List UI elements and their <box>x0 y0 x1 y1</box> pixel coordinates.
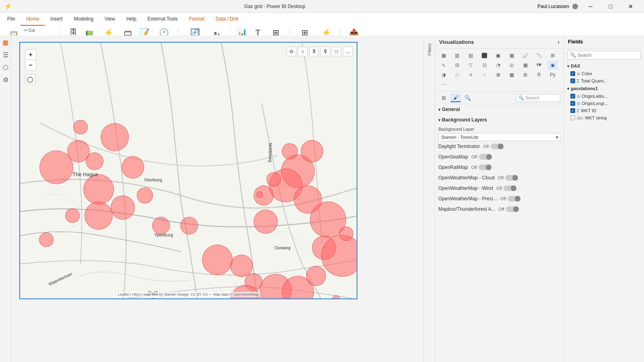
tab-format[interactable]: Format <box>184 13 210 26</box>
viz-donut[interactable]: ◎ <box>506 61 517 70</box>
owm-preci-toggle[interactable]: Off <box>500 196 520 202</box>
bg-layer-dropdown[interactable]: Stamen - TonerLite <box>438 133 560 141</box>
filters-label[interactable]: Filters <box>427 43 432 56</box>
field-item-wkt-id[interactable]: ✓ Σ WKT ID <box>564 107 644 114</box>
bubble-33 <box>256 191 263 198</box>
openrail-track[interactable] <box>479 165 491 170</box>
opensea-track[interactable] <box>479 154 492 160</box>
bubble-13 <box>180 217 198 234</box>
field-item-origin-lat[interactable]: ✓ ⊙ OriginLatitu... <box>564 93 644 100</box>
bubble-10 <box>65 208 80 223</box>
viz-card[interactable]: □ <box>452 70 462 79</box>
map-visual[interactable]: + − ◯ ⊙ ↕ ⊼ ⊽ □ … The Hague Vo <box>19 42 357 299</box>
viz-clustered-col[interactable]: ▣ <box>493 51 504 60</box>
tab-insert[interactable]: Insert <box>45 13 68 26</box>
viz-python[interactable]: Py <box>547 70 558 79</box>
tab-view[interactable]: View <box>99 13 121 26</box>
daylight-toggle[interactable]: Off <box>483 144 503 149</box>
viz-search-box[interactable]: 🔍 Search <box>516 94 561 102</box>
daylight-track[interactable] <box>491 144 504 149</box>
viz-stacked-bar[interactable]: ▦ <box>438 51 449 60</box>
tab-file[interactable]: File <box>2 13 21 26</box>
title-bar: ⚡ Gas grid - Power BI Desktop Paul Lucas… <box>0 0 644 13</box>
main-area: + − ◯ ⊙ ↕ ⊼ ⊽ □ … The Hague Vo <box>11 35 644 362</box>
field-item-origin-long[interactable]: ✓ ⊙ OriginLongi... <box>564 100 644 107</box>
field-wkt-id-checkbox: ✓ <box>570 108 575 113</box>
model-view-icon[interactable]: ⬡ <box>3 64 8 71</box>
cut-button[interactable]: ✂ Cut <box>23 27 57 33</box>
viz-filled-map[interactable]: ◉ <box>547 61 558 70</box>
fields-search-box[interactable]: 🔍 <box>567 51 641 60</box>
tab-data-drill[interactable]: Data / Drill <box>210 13 244 26</box>
data-view-icon[interactable]: ☰ <box>3 51 8 59</box>
draw-tool-button[interactable]: ◯ <box>25 74 35 84</box>
settings-icon[interactable]: ⚙ <box>3 76 8 84</box>
owm-preci-track[interactable] <box>508 196 520 202</box>
owm-wind-toggle[interactable]: Off <box>496 185 516 191</box>
viz-stacked-col[interactable]: ⬛ <box>479 51 490 60</box>
viz-panel-collapse-button[interactable]: › <box>557 39 559 45</box>
viz-treemap[interactable]: ▦ <box>520 61 530 70</box>
viz-table[interactable]: ▦ <box>506 70 517 79</box>
mapbox-toggle[interactable]: Off <box>498 206 518 212</box>
mapbox-track[interactable] <box>506 206 519 212</box>
viz-multi-row-card[interactable]: ≡ <box>466 70 476 79</box>
viz-analytics-button[interactable]: 🔍 <box>462 93 473 102</box>
viz-ribbon[interactable]: ∿ <box>438 61 449 70</box>
viz-clustered-bar[interactable]: ▥ <box>452 51 462 60</box>
field-item-wkt-string[interactable]: abc WKT string <box>564 114 644 121</box>
openrail-toggle[interactable]: Off <box>471 165 491 170</box>
map-filter-button[interactable]: ⊽ <box>320 47 330 56</box>
map-drill-button[interactable]: ↕ <box>298 47 308 56</box>
viz-line[interactable]: 📈 <box>520 51 530 60</box>
viz-stacked-bar-100[interactable]: ▤ <box>466 51 476 60</box>
close-button[interactable]: ✕ <box>621 0 640 13</box>
viz-fields-button[interactable]: ⊞ <box>438 93 449 102</box>
owm-cloud-toggle[interactable]: Off <box>498 175 518 181</box>
tab-help[interactable]: Help <box>121 13 142 26</box>
map-expand-button[interactable]: ⊼ <box>309 47 319 56</box>
map-more-button[interactable]: … <box>343 47 353 56</box>
zoom-out-button[interactable]: − <box>25 60 36 70</box>
viz-waterfall[interactable]: ⊟ <box>452 61 462 70</box>
field-total-quant-type-icon: Σ <box>577 79 579 83</box>
viz-map[interactable]: 🗺 <box>534 61 544 70</box>
field-group-dax[interactable]: ▾ DAX <box>564 62 644 70</box>
opensea-toggle[interactable]: Off <box>471 154 491 160</box>
bg-layer-row: Background Layer <box>438 125 560 133</box>
section-general[interactable]: ▾ General <box>435 104 564 115</box>
zoom-controls: + − <box>25 49 36 71</box>
opensea-label: OpenSeaMap <box>438 154 468 160</box>
viz-gauge[interactable]: ◑ <box>438 70 449 79</box>
viz-scatter[interactable]: ⊡ <box>479 61 490 70</box>
viz-r-script[interactable]: R <box>534 70 544 79</box>
owm-cloud-track[interactable] <box>505 175 518 181</box>
viz-pie[interactable]: ◔ <box>493 61 504 70</box>
report-view-icon[interactable]: ▦ <box>2 39 8 46</box>
field-origin-long-checkbox: ✓ <box>570 101 575 106</box>
zoom-in-button[interactable]: + <box>25 49 36 60</box>
tab-home[interactable]: Home <box>21 13 45 26</box>
map-settings-button[interactable]: □ <box>332 47 341 56</box>
viz-stacked-col-100[interactable]: ▦ <box>506 51 517 60</box>
cut-icon: ✂ <box>24 28 27 33</box>
owm-wind-track[interactable] <box>504 185 516 191</box>
tab-external-tools[interactable]: External Tools <box>142 13 184 26</box>
map-focus-button[interactable]: ⊙ <box>287 47 296 56</box>
viz-slicer[interactable]: ⊠ <box>493 70 504 79</box>
viz-more[interactable]: ⋯ <box>438 80 449 89</box>
viz-area[interactable]: 📉 <box>534 51 544 60</box>
viz-line-col[interactable]: ⊞ <box>547 51 558 60</box>
section-background-layers[interactable]: ▾ Background Layers <box>435 115 564 125</box>
minimize-button[interactable]: ─ <box>581 0 600 13</box>
viz-format-button[interactable]: 🖌 <box>450 93 461 102</box>
maximize-button[interactable]: □ <box>601 0 620 13</box>
viz-kpi[interactable]: ↑ <box>479 70 490 79</box>
field-item-color[interactable]: ✓ ⊙ Color <box>564 70 644 77</box>
fields-search-input[interactable] <box>578 53 638 58</box>
viz-funnel[interactable]: ▽ <box>466 61 476 70</box>
field-group-gasstations[interactable]: ▾ gasstations1 <box>564 84 644 93</box>
viz-matrix[interactable]: ⊞ <box>520 70 530 79</box>
tab-modeling[interactable]: Modeling <box>68 13 99 26</box>
field-item-total-quant[interactable]: ✓ Σ Total Quant... <box>564 77 644 84</box>
